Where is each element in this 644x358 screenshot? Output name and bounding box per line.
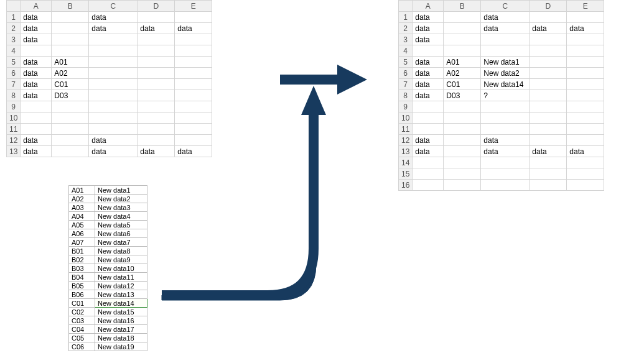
cell[interactable]: data (413, 68, 444, 79)
lookup-key[interactable]: A01 (69, 186, 95, 195)
cell[interactable] (444, 168, 481, 180)
cell[interactable] (138, 34, 175, 45)
lookup-value[interactable]: New data4 (95, 212, 147, 221)
row-header[interactable]: 8 (7, 90, 21, 101)
cell[interactable] (444, 45, 481, 57)
lookup-key[interactable]: B03 (69, 264, 95, 273)
cell[interactable] (413, 112, 444, 124)
row-header[interactable]: 12 (399, 135, 413, 146)
cell[interactable]: data (21, 57, 52, 68)
cell[interactable]: data (413, 34, 444, 45)
row-header[interactable]: 13 (7, 146, 21, 157)
cell[interactable] (413, 101, 444, 112)
select-all-corner[interactable] (7, 1, 21, 12)
row-header[interactable]: 6 (7, 68, 21, 79)
lookup-table[interactable]: A01New data1A02New data2A03New data3A04N… (68, 185, 147, 351)
cell[interactable]: New data14 (481, 79, 530, 90)
col-header[interactable]: E (567, 1, 604, 12)
cell[interactable]: data (89, 146, 138, 157)
cell[interactable]: A02 (52, 68, 89, 79)
lookup-key[interactable]: A04 (69, 212, 95, 221)
cell[interactable] (567, 101, 604, 112)
cell[interactable]: data (481, 135, 530, 146)
cell[interactable]: data (481, 146, 530, 157)
cell[interactable] (52, 12, 89, 23)
cell[interactable]: D03 (444, 90, 481, 101)
cell[interactable] (175, 34, 212, 45)
cell[interactable] (444, 124, 481, 135)
lookup-key[interactable]: C05 (69, 334, 95, 342)
cell[interactable] (52, 146, 89, 157)
cell[interactable] (175, 12, 212, 23)
row-header[interactable]: 1 (7, 12, 21, 23)
cell[interactable] (530, 180, 567, 191)
cell[interactable] (530, 57, 567, 68)
cell[interactable] (21, 124, 52, 135)
cell[interactable] (481, 101, 530, 112)
cell[interactable] (21, 112, 52, 124)
lookup-value[interactable]: New data7 (95, 238, 147, 247)
cell[interactable] (530, 90, 567, 101)
cell[interactable]: data (89, 23, 138, 34)
lookup-key[interactable]: C04 (69, 325, 95, 334)
cell[interactable] (481, 168, 530, 180)
cell[interactable] (52, 124, 89, 135)
row-header[interactable]: 12 (7, 135, 21, 146)
cell[interactable] (530, 45, 567, 57)
cell[interactable]: data (21, 79, 52, 90)
row-header[interactable]: 13 (399, 146, 413, 157)
cell[interactable] (21, 45, 52, 57)
lookup-value[interactable]: New data6 (95, 229, 147, 238)
lookup-value[interactable]: New data8 (95, 247, 147, 255)
lookup-value[interactable]: New data2 (95, 195, 147, 203)
row-header[interactable]: 6 (399, 68, 413, 79)
cell[interactable]: A01 (444, 57, 481, 68)
cell[interactable]: data (21, 12, 52, 23)
lookup-value[interactable]: New data18 (95, 334, 147, 342)
cell[interactable]: data (413, 146, 444, 157)
lookup-value[interactable]: New data17 (95, 325, 147, 334)
cell[interactable]: data (413, 79, 444, 90)
cell[interactable]: data (567, 146, 604, 157)
cell[interactable] (481, 45, 530, 57)
row-header[interactable]: 7 (399, 79, 413, 90)
cell[interactable] (89, 112, 138, 124)
cell[interactable]: data (413, 57, 444, 68)
cell[interactable] (89, 34, 138, 45)
cell[interactable] (567, 124, 604, 135)
lookup-value[interactable]: New data12 (95, 282, 147, 290)
cell[interactable] (444, 112, 481, 124)
cell[interactable] (444, 157, 481, 168)
col-header[interactable]: C (481, 1, 530, 12)
cell[interactable]: data (413, 23, 444, 34)
cell[interactable] (444, 146, 481, 157)
row-header[interactable]: 4 (399, 45, 413, 57)
cell[interactable] (567, 168, 604, 180)
cell[interactable] (530, 112, 567, 124)
cell[interactable] (567, 112, 604, 124)
row-header[interactable]: 2 (399, 23, 413, 34)
cell[interactable] (89, 57, 138, 68)
cell[interactable] (530, 68, 567, 79)
cell[interactable]: data (481, 12, 530, 23)
cell[interactable]: data (175, 23, 212, 34)
cell[interactable]: data (138, 23, 175, 34)
cell[interactable]: data (530, 146, 567, 157)
cell[interactable] (52, 45, 89, 57)
cell[interactable] (567, 180, 604, 191)
cell[interactable] (530, 124, 567, 135)
cell[interactable] (481, 180, 530, 191)
cell[interactable] (567, 34, 604, 45)
col-header[interactable]: D (530, 1, 567, 12)
grid-right[interactable]: A B C D E 1datadata2datadatadatadata3dat… (398, 0, 604, 191)
cell[interactable]: data (567, 23, 604, 34)
cell[interactable] (444, 180, 481, 191)
cell[interactable] (530, 34, 567, 45)
cell[interactable] (89, 90, 138, 101)
lookup-key[interactable]: B02 (69, 255, 95, 264)
cell[interactable]: C01 (52, 79, 89, 90)
row-header[interactable]: 5 (399, 57, 413, 68)
cell[interactable] (481, 112, 530, 124)
row-header[interactable]: 10 (399, 112, 413, 124)
cell[interactable]: data (21, 90, 52, 101)
